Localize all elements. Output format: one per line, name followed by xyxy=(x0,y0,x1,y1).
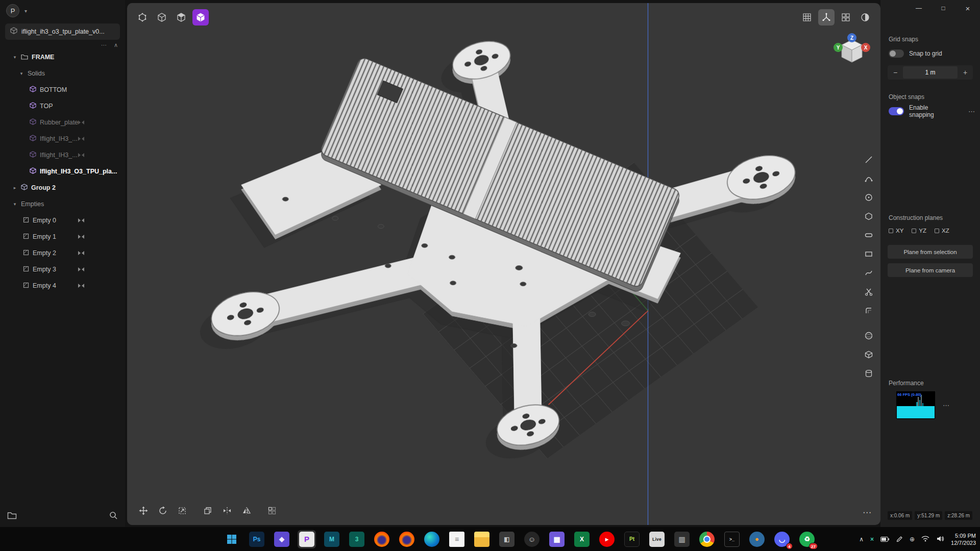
object-snaps-more-button[interactable]: ⋯ xyxy=(968,108,975,115)
array-tool-button[interactable] xyxy=(264,503,280,519)
select-solid-button[interactable] xyxy=(192,9,209,26)
viewport-layout-button[interactable] xyxy=(838,9,854,26)
taskbar-app-contacts[interactable]: ☺ xyxy=(523,530,541,548)
offset-tool-button[interactable] xyxy=(861,303,876,318)
taskbar-app-dark[interactable]: ◧ xyxy=(498,530,516,548)
center-circle-tool-button[interactable] xyxy=(861,190,876,205)
enable-snapping-toggle[interactable] xyxy=(889,107,904,115)
taskbar-app-discord[interactable]: ◡ 4 xyxy=(773,530,791,548)
plane-from-selection-button[interactable]: Plane from selection xyxy=(888,245,973,259)
tree-item-bottom[interactable]: BOTTOM xyxy=(0,82,125,98)
taskbar-app-plasticity[interactable]: P xyxy=(298,530,316,548)
toggle-gizmos-button[interactable] xyxy=(818,9,835,26)
caret-down-icon[interactable]: ▾ xyxy=(19,71,24,76)
tree-item-iflight-ih3-a[interactable]: Iflight_IH3_... xyxy=(0,131,125,147)
collapse-all-icon[interactable]: ∧ xyxy=(114,42,118,48)
taskbar-app-violet[interactable]: ◆ xyxy=(273,530,291,548)
increase-grid-size-button[interactable]: + xyxy=(958,65,973,80)
tree-section-empties[interactable]: ▾ Empties xyxy=(0,196,125,212)
taskbar-app-chrome[interactable] xyxy=(698,530,716,548)
workspace-menu[interactable]: P ▾ xyxy=(6,4,27,17)
taskbar-app-blender[interactable]: ● xyxy=(748,530,766,548)
rectangle-tool-button[interactable] xyxy=(861,246,876,262)
spline-tool-button[interactable] xyxy=(861,265,876,281)
taskbar-app-green[interactable]: ♻ 27 xyxy=(798,530,816,548)
taskbar-app-maya[interactable]: M xyxy=(323,530,341,548)
move-tool-button[interactable] xyxy=(135,503,152,519)
performance-more-button[interactable]: ⋯ xyxy=(943,402,949,409)
plane-xy-button[interactable]: XY xyxy=(889,228,903,234)
mirror-tool-button[interactable] xyxy=(238,503,255,519)
cylinder-tool-button[interactable] xyxy=(861,366,876,381)
polygon-tool-button[interactable] xyxy=(861,209,876,224)
taskbar-app-terminal[interactable]: >_ xyxy=(723,530,741,548)
caret-down-icon[interactable]: ▾ xyxy=(12,55,17,60)
start-button[interactable] xyxy=(223,530,241,548)
caret-right-icon[interactable]: ▸ xyxy=(12,185,17,190)
select-face-button[interactable] xyxy=(173,9,189,26)
tree-group-frame[interactable]: ▾ FRAME xyxy=(0,49,125,65)
new-folder-icon[interactable] xyxy=(7,511,17,521)
orientation-cube[interactable]: Y Z X xyxy=(831,32,872,72)
curve-tool-button[interactable] xyxy=(861,171,876,186)
scale-tool-button[interactable] xyxy=(174,503,190,519)
viewport-3d-scene[interactable] xyxy=(127,3,880,525)
sphere-tool-button[interactable] xyxy=(861,328,876,343)
box-tool-button[interactable] xyxy=(861,347,876,362)
close-button[interactable]: × xyxy=(955,0,980,16)
tree-item-empty-4[interactable]: Empty 4 xyxy=(0,278,125,294)
tree-item-rubber-plate[interactable]: Rubber_plate xyxy=(0,114,125,131)
pen-icon[interactable] xyxy=(896,535,903,544)
tree-group-2[interactable]: ▸ Group 2 xyxy=(0,180,125,196)
plane-xz-button[interactable]: XZ xyxy=(935,228,949,234)
viewport-more-button[interactable]: ⋯ xyxy=(863,507,871,518)
tree-item-empty-2[interactable]: Empty 2 xyxy=(0,245,125,261)
volume-icon[interactable] xyxy=(936,535,944,544)
taskbar-app-firefox[interactable] xyxy=(373,530,391,548)
select-controlpoint-button[interactable] xyxy=(134,9,151,26)
select-edge-button[interactable] xyxy=(154,9,170,26)
plane-from-camera-button[interactable]: Plane from camera xyxy=(888,263,973,277)
hidden-icons-button[interactable]: ∧ xyxy=(859,536,864,543)
taskbar-app-substance[interactable]: Pt xyxy=(623,530,641,548)
battery-icon[interactable] xyxy=(880,535,889,544)
network-icon[interactable]: ⊕ xyxy=(910,536,915,543)
snap-to-grid-toggle[interactable] xyxy=(889,49,904,58)
viewport-3d[interactable]: Y Z X xyxy=(127,3,880,525)
line-tool-button[interactable] xyxy=(861,152,876,167)
decrease-grid-size-button[interactable]: − xyxy=(888,65,903,80)
tree-item-empty-0[interactable]: Empty 0 xyxy=(0,212,125,229)
shading-mode-button[interactable] xyxy=(857,9,873,26)
slot-tool-button[interactable] xyxy=(861,228,876,243)
current-file-tab[interactable]: iflight_ih3_o3_tpu_plate_v0... xyxy=(5,23,120,40)
more-options-icon[interactable]: ⋯ xyxy=(101,42,107,48)
tree-item-iflight-ih3-b[interactable]: Iflight_IH3_... xyxy=(0,147,125,163)
trim-tool-button[interactable] xyxy=(861,284,876,299)
toggle-grid-button[interactable] xyxy=(799,9,815,26)
tree-section-solids[interactable]: ▾ Solids xyxy=(0,65,125,82)
taskbar-app-3dsmax[interactable]: 3 xyxy=(348,530,366,548)
taskbar-app-explorer[interactable] xyxy=(473,530,491,548)
taskbar-app-excel[interactable]: X xyxy=(573,530,591,548)
tree-item-empty-1[interactable]: Empty 1 xyxy=(0,229,125,245)
taskbar-app-edge[interactable] xyxy=(423,530,441,548)
tray-x-app-icon[interactable]: × xyxy=(870,536,874,543)
workspace-avatar[interactable]: P xyxy=(6,4,19,17)
duplicate-tool-button[interactable] xyxy=(200,503,216,519)
taskbar-app-photoshop[interactable]: Ps xyxy=(248,530,266,548)
tree-item-top[interactable]: TOP xyxy=(0,98,125,114)
taskbar-app-firefox-2[interactable] xyxy=(398,530,416,548)
split-tool-button[interactable] xyxy=(219,503,235,519)
tree-item-empty-3[interactable]: Empty 3 xyxy=(0,261,125,278)
taskbar-app-sheets[interactable]: ▦ xyxy=(548,530,566,548)
chevron-down-icon[interactable]: ▾ xyxy=(24,8,27,14)
taskbar-app-ytmusic[interactable]: ▸ xyxy=(598,530,616,548)
rotate-tool-button[interactable] xyxy=(155,503,171,519)
minimize-button[interactable]: — xyxy=(906,0,931,16)
taskbar-app-ableton[interactable]: Live xyxy=(648,530,666,548)
plane-yz-button[interactable]: YZ xyxy=(912,228,926,234)
wifi-icon[interactable] xyxy=(921,535,929,544)
search-icon[interactable] xyxy=(109,511,118,522)
tree-item-iflight-tpu-plate[interactable]: Iflight_IH3_O3_TPU_pla... xyxy=(0,163,125,180)
taskbar-clock[interactable]: 5:09 PM 12/7/2023 xyxy=(951,532,976,546)
